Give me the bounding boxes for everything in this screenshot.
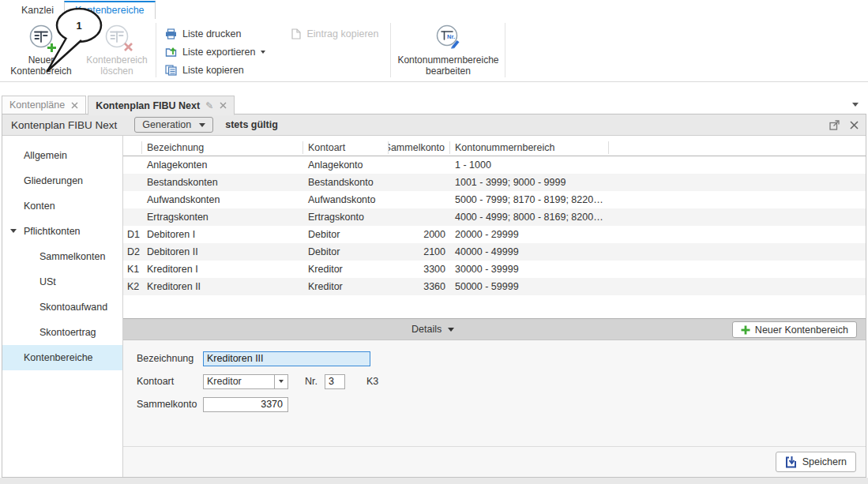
- cell-bezeichnung: Ertragskonten: [142, 212, 303, 223]
- page-title: Kontenplan FIBU Next: [11, 119, 117, 131]
- kontenbereich-loeschen-label: Kontenbereich löschen: [79, 54, 155, 77]
- liste-exportieren-label: Liste exportieren: [182, 47, 255, 58]
- export-icon: [165, 47, 177, 58]
- collapse-arrow-icon[interactable]: [10, 229, 17, 233]
- details-form: Bezeichnung Kontoart Kreditor Nr.: [123, 340, 866, 446]
- cell-kontoart: Kreditor: [303, 264, 389, 275]
- panel-header: Kontenplan FIBU Next Generation stets gü…: [2, 114, 866, 136]
- form-footer: Speichern: [123, 446, 866, 477]
- sidebar-item-ust[interactable]: USt: [2, 269, 122, 295]
- bezeichnung-field[interactable]: [203, 351, 370, 366]
- cell-bezeichnung: Bestandskonten: [142, 177, 303, 188]
- liste-drucken-button[interactable]: Liste drucken: [165, 24, 265, 43]
- generation-dropdown[interactable]: Generation: [134, 117, 213, 133]
- bezeichnung-label: Bezeichnung: [137, 353, 203, 364]
- table-gap: [123, 295, 866, 318]
- sidebar-item-kontenbereiche[interactable]: Kontenbereiche: [2, 345, 122, 370]
- popout-icon[interactable]: [829, 120, 840, 130]
- details-toggle[interactable]: Details: [411, 324, 454, 335]
- kontoart-select[interactable]: Kreditor: [203, 374, 288, 389]
- table-row[interactable]: K2 Kreditoren II Kreditor 3360 50000 - 5…: [123, 278, 866, 295]
- tab-kontenplaene[interactable]: Kontenpläne: [2, 96, 86, 114]
- table-row[interactable]: D2 Debitoren II Debitor 2100 40000 - 499…: [123, 243, 866, 261]
- sidebar-item-gliederungen[interactable]: Gliederungen: [2, 168, 122, 193]
- liste-exportieren-button[interactable]: Liste exportieren: [165, 43, 265, 61]
- cell-kontoart: Debitor: [303, 229, 389, 240]
- cell-bereich: 50000 - 59999: [450, 281, 609, 292]
- details-bar: Details Neuer Kontenbereich: [123, 318, 866, 340]
- tab-list-chevron-icon[interactable]: [852, 103, 859, 107]
- window-bottom-strip: [0, 478, 868, 484]
- cell-bereich: 1 - 1000: [450, 159, 609, 171]
- main-content: Bezeichnung Kontoart Sammelkonto Kontonu…: [123, 136, 866, 477]
- plus-icon: [741, 325, 750, 335]
- sidebar-item-skontoertrag[interactable]: Skontoertrag: [2, 320, 122, 345]
- kontenbereich-delete-icon: [102, 23, 132, 53]
- generation-label: Generation: [142, 119, 191, 130]
- column-header-kontoart[interactable]: Kontoart: [303, 141, 389, 154]
- sidebar-item-skontoaufwand[interactable]: Skontoaufwand: [2, 295, 122, 320]
- page-icon: [291, 28, 301, 39]
- nr-label: Nr.: [305, 376, 318, 387]
- sidebar-item-pflichtkonten[interactable]: Pflichtkonten: [2, 219, 122, 244]
- kontonummernbereiche-bearbeiten-label: Kontonummernbereiche bearbeiten: [392, 54, 504, 77]
- sammelkonto-label: Sammelkonto: [137, 399, 203, 410]
- kontenbereich-new-icon: [26, 23, 56, 53]
- column-header-code[interactable]: [123, 141, 142, 154]
- liste-drucken-label: Liste drucken: [182, 28, 241, 39]
- tab-kontenplan-fibu-next[interactable]: Kontenplan FIBU Next: [88, 96, 235, 115]
- table-row[interactable]: Bestandskonten Bestandskonto 1001 - 3999…: [123, 174, 866, 191]
- cell-kontoart: Kreditor: [303, 281, 389, 292]
- sammelkonto-field[interactable]: [203, 397, 288, 412]
- cell-bezeichnung: Anlagekonten: [142, 159, 303, 171]
- ribbon-tab-kontenbereiche[interactable]: Kontenbereiche: [64, 1, 156, 19]
- ribbon-group-ranges: Nr. Kontonummernbereiche bearbeiten: [392, 19, 504, 81]
- nr-field[interactable]: [325, 374, 345, 389]
- cell-kontoart: Bestandskonto: [303, 177, 389, 188]
- sidebar-item-pflichtkonten-label: Pflichtkonten: [24, 226, 81, 237]
- cell-bereich: 5000 - 7999; 8170 - 8199; 8220 - 8...: [450, 194, 609, 205]
- close-icon[interactable]: [220, 102, 227, 109]
- nr-edit-icon: Nr.: [433, 23, 463, 53]
- ribbon: Neuer Kontenbereich: [0, 19, 868, 82]
- cell-sammelkonto: 3300: [389, 264, 450, 275]
- cell-bereich: 40000 - 49999: [450, 246, 609, 257]
- save-icon: [785, 456, 797, 468]
- table-row[interactable]: Aufwandskonten Aufwandskonto 5000 - 7999…: [123, 191, 866, 208]
- sidebar-item-konten[interactable]: Konten: [2, 193, 122, 219]
- kontenplan-panel: Kontenplan FIBU Next Generation stets gü…: [2, 114, 866, 478]
- kontonummernbereiche-bearbeiten-button[interactable]: Nr. Kontonummernbereiche bearbeiten: [392, 19, 504, 81]
- column-header-bezeichnung[interactable]: Bezeichnung: [142, 141, 303, 154]
- cell-bereich: 1001 - 3999; 9000 - 9999: [450, 177, 609, 188]
- liste-kopieren-button[interactable]: Liste kopieren: [165, 61, 265, 79]
- cell-bereich: 4000 - 4999; 8000 - 8169; 8200 - 8...: [450, 212, 609, 223]
- sidebar-item-sammelkonten[interactable]: Sammelkonten: [2, 244, 122, 269]
- dropdown-arrow-icon[interactable]: [274, 375, 287, 388]
- table-row[interactable]: D1 Debitoren I Debitor 2000 20000 - 2999…: [123, 226, 866, 243]
- eintrag-kopieren-button: Eintrag kopieren: [291, 24, 378, 43]
- tab-kontenplan-fibu-next-label: Kontenplan FIBU Next: [96, 100, 200, 111]
- table-row[interactable]: Anlagekonten Anlagekonto 1 - 1000: [123, 156, 866, 174]
- tab-kontenplaene-label: Kontenpläne: [9, 99, 65, 111]
- printer-icon: [165, 28, 177, 39]
- kontoart-label: Kontoart: [137, 376, 203, 387]
- panel-body: Allgemein Gliederungen Konten Pflichtkon…: [2, 136, 866, 477]
- column-header-sammelkonto[interactable]: Sammelkonto: [389, 141, 450, 154]
- cell-bezeichnung: Kreditoren II: [142, 281, 303, 292]
- column-header-kontonummernbereich[interactable]: Kontonummernbereich: [450, 141, 609, 154]
- svg-text:Nr.: Nr.: [447, 33, 455, 40]
- neuer-kontenbereich-detail-button[interactable]: Neuer Kontenbereich: [732, 321, 857, 338]
- table-row[interactable]: K1 Kreditoren I Kreditor 3300 30000 - 39…: [123, 261, 866, 278]
- cell-sammelkonto: 3360: [389, 281, 450, 292]
- validity-status: stets gültig: [225, 119, 278, 130]
- save-button[interactable]: Speichern: [776, 452, 856, 472]
- sidebar-item-allgemein[interactable]: Allgemein: [2, 143, 122, 168]
- close-panel-icon[interactable]: [850, 121, 859, 129]
- cell-code: D1: [123, 229, 142, 240]
- neuer-kontenbereich-button[interactable]: Neuer Kontenbereich: [3, 19, 79, 81]
- close-icon[interactable]: [71, 102, 78, 109]
- range-code-value: K3: [366, 376, 378, 387]
- ribbon-tab-kanzlei[interactable]: Kanzlei: [11, 2, 64, 19]
- table-row[interactable]: Ertragskonten Ertragskonto 4000 - 4999; …: [123, 208, 866, 226]
- ribbon-separator: [505, 23, 505, 77]
